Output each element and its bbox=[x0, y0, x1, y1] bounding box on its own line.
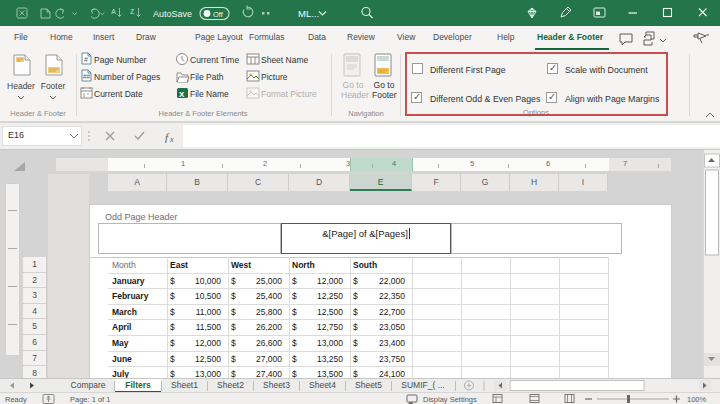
svg-text:X: X bbox=[179, 90, 185, 99]
svg-text:Off: Off bbox=[213, 10, 224, 19]
svg-text:Header: Header bbox=[7, 81, 35, 91]
svg-text:Z: Z bbox=[130, 8, 135, 15]
svg-text:x: x bbox=[169, 135, 174, 144]
svg-text:A: A bbox=[111, 8, 116, 15]
svg-text:Footer: Footer bbox=[41, 81, 66, 91]
svg-text:##: ## bbox=[83, 73, 91, 80]
svg-text:AutoSave: AutoSave bbox=[153, 9, 192, 19]
svg-text:ML...: ML... bbox=[298, 8, 319, 19]
svg-text:#: # bbox=[84, 56, 88, 63]
